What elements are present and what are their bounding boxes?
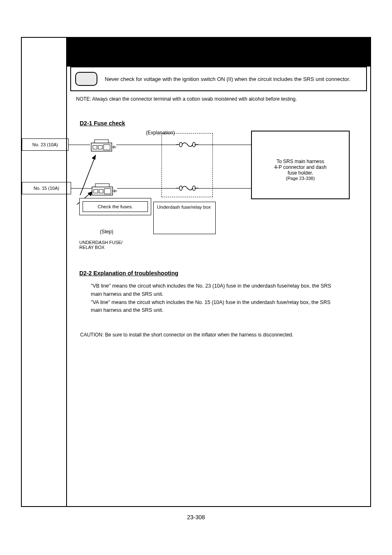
warning-text: Never check for voltage with the ignitio… [105, 76, 350, 82]
arrow-icon [75, 151, 100, 196]
fuse-tab-2: No. 15 (10A) [22, 182, 71, 194]
d2-1-heading: D2-1 Fuse check [80, 120, 125, 127]
page-number: 23-308 [0, 514, 392, 520]
caution-line: CAUTION: Be sure to install the short co… [80, 332, 293, 338]
svg-rect-4 [95, 140, 108, 143]
note-line: NOTE: Always clean the connector termina… [76, 96, 362, 102]
step-box: Check the fuses. [79, 198, 151, 215]
warning-icon [75, 72, 97, 86]
fuse-icon [176, 185, 198, 191]
svg-line-22 [80, 155, 96, 195]
junction-box: To SRS main harness 4-P connector and da… [251, 131, 350, 199]
title-banner [67, 38, 370, 67]
fuse-tab-1: No. 23 (10A) [22, 138, 69, 151]
svg-marker-25 [88, 191, 92, 196]
fuse-holder-icon [91, 137, 116, 152]
fuse-icon [176, 141, 198, 148]
wire [69, 145, 90, 145]
svg-point-15 [180, 143, 182, 147]
svg-point-20 [193, 186, 196, 191]
step-label: (Step) [100, 229, 113, 235]
d2-2-heading: D2-2 Explanation of troubleshooting [79, 270, 178, 276]
svg-marker-23 [92, 155, 96, 160]
left-sidebar [22, 38, 67, 506]
step-text: Check the fuses. [83, 201, 148, 212]
relay-caption: UNDERDASH FUSE/ RELAY BOX [79, 240, 122, 250]
svg-point-16 [193, 143, 196, 147]
svg-point-19 [180, 186, 182, 191]
hint-box: Underdash fuse/relay box [153, 202, 216, 234]
warning-notice: Never check for voltage with the ignitio… [70, 67, 367, 91]
d2-2-paragraph: "VB line" means the circuit which includ… [91, 282, 350, 315]
